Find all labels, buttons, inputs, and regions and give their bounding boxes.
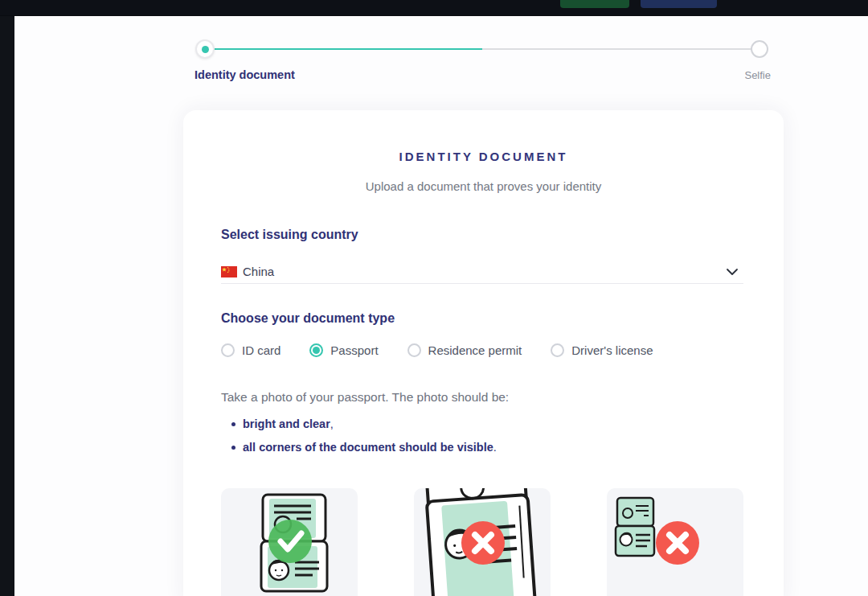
instruction-bullet: all corners of the document should be vi… [221,441,497,454]
blue-chrome-button[interactable] [641,0,717,8]
doctype-radio-group: ID card Passport Residence permit Driver… [221,343,653,357]
example-too-close [414,488,551,596]
radio-circle-icon [551,343,564,357]
identity-document-card: IDENTITY DOCUMENT Upload a document that… [183,110,784,596]
radio-label: Passport [330,343,378,357]
country-section-label: Select issuing country [221,228,358,242]
step-label-selfie: Selfie [691,69,771,81]
radio-label: Driver's license [571,343,653,357]
step-selfie-circle [751,40,768,58]
bullet-text: bright and clear [243,417,330,430]
bullet-dot-icon [231,446,235,450]
step-label-identity-document: Identity document [194,68,295,81]
step-identity-document-circle [195,39,215,59]
radio-circle-icon [221,343,235,357]
good-passport-illustration [221,488,358,596]
bullet-suffix: . [493,441,497,454]
selected-country-label: China [243,265,274,278]
photo-instructions-intro: Take a photo of your passport. The photo… [221,390,509,405]
left-dark-strip [0,16,14,596]
example-good-photo [221,488,358,596]
top-chrome-bar [0,0,868,16]
radio-residence-permit[interactable]: Residence permit [407,343,522,357]
active-step-dot-icon [202,46,209,53]
radio-label: Residence permit [428,343,522,357]
bullet-suffix: , [330,417,334,430]
doctype-section-label: Choose your document type [221,311,395,326]
bullet-dot-icon [231,422,235,426]
card-subtitle: Upload a document that proves your ident… [183,179,784,193]
china-flag-icon [221,266,237,277]
green-chrome-button[interactable] [560,0,629,8]
kyc-page: Identity document Selfie IDENTITY DOCUME… [0,0,868,596]
radio-passport[interactable]: Passport [309,343,378,357]
example-too-far [607,488,743,596]
check-circle-icon [268,520,312,563]
radio-circle-selected-icon [309,343,323,357]
radio-circle-icon [407,343,421,357]
too-far-passport-illustration [607,488,743,596]
chevron-down-icon [726,268,739,276]
too-close-passport-illustration [414,488,551,596]
example-photos-row [221,488,743,596]
bullet-text: all corners of the document should be vi… [243,441,493,454]
instruction-bullet: bright and clear , [221,417,334,430]
card-title: IDENTITY DOCUMENT [183,150,784,163]
radio-drivers-license[interactable]: Driver's license [551,343,653,357]
radio-label: ID card [242,343,280,357]
country-select[interactable]: China [221,260,743,284]
radio-id-card[interactable]: ID card [221,343,280,357]
stepper-progress [205,48,482,50]
